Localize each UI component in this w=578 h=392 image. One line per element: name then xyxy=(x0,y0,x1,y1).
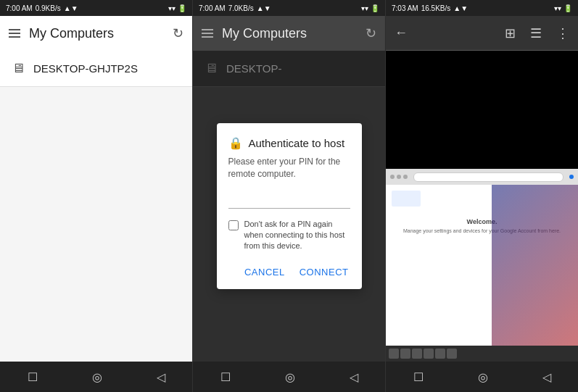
remote-taskbar xyxy=(386,346,578,362)
taskbar-item-4 xyxy=(424,349,434,359)
app-bar-title-1: My Computers xyxy=(29,26,164,41)
panel-3-remote-desktop: 7:03 AM 16.5KB/s ▲▼ ▾▾ 🔋 ← ⊞ ☰ ⋮ xyxy=(386,0,578,392)
computer-name-1: DESKTOP-GHJTP2S xyxy=(33,62,138,75)
dialog-subtitle: Please enter your PIN for the remote com… xyxy=(228,156,350,180)
nav-circle-3[interactable]: ◎ xyxy=(466,364,500,390)
taskbar-item-6 xyxy=(447,349,457,359)
checkbox-label: Don't ask for a PIN again when connectin… xyxy=(244,219,350,252)
status-signals-2: ▲▼ xyxy=(257,4,271,12)
panel-2-pin-dialog: 7:00 AM 7.0KB/s ▲▼ ▾▾ 🔋 My Computers ↻ 🖥… xyxy=(193,0,386,392)
connect-button[interactable]: CONNECT xyxy=(298,264,350,280)
remote-url-bar xyxy=(413,172,563,182)
status-time-3: 7:03 AM xyxy=(392,4,418,12)
nav-circle-1[interactable]: ◎ xyxy=(80,364,114,390)
app-bar-2: My Computers ↻ xyxy=(193,16,385,51)
status-signals-3: ▲▼ xyxy=(453,4,468,12)
remote-nav-left xyxy=(392,191,421,207)
status-network-2: 7.0KB/s xyxy=(228,4,254,12)
nav-bar-3: ☐ ◎ ◁ xyxy=(386,362,578,392)
wifi-icon-2: ▾▾ xyxy=(361,4,368,12)
pin-input[interactable] xyxy=(228,191,350,209)
nav-triangle-2[interactable]: ◁ xyxy=(338,364,370,390)
cancel-button[interactable]: CANCEL xyxy=(243,264,286,280)
taskbar-item-2 xyxy=(400,349,410,359)
status-bar-right-2: ▾▾ 🔋 xyxy=(361,4,379,12)
battery-icon-2: 🔋 xyxy=(371,4,379,12)
remember-pin-checkbox[interactable] xyxy=(228,220,239,230)
battery-icon-1: 🔋 xyxy=(178,4,186,12)
nav-square-2[interactable]: ☐ xyxy=(209,364,242,390)
refresh-icon-2[interactable]: ↻ xyxy=(366,25,376,41)
status-bar-1: 7:00 AM 0.9KB/s ▲▼ ▾▾ 🔋 xyxy=(0,0,192,16)
app-bar-3: ← ⊞ ☰ ⋮ xyxy=(386,16,578,51)
panel-1-my-computers: 7:00 AM 0.9KB/s ▲▼ ▾▾ 🔋 My Computers ↻ 🖥… xyxy=(0,0,193,392)
nav-bar-2: ☐ ◎ ◁ xyxy=(193,362,385,392)
app-bar-title-2: My Computers xyxy=(222,26,357,41)
status-bar-left-3: 7:03 AM 16.5KB/s ▲▼ xyxy=(392,4,468,12)
monitor-icon-1: 🖥 xyxy=(12,61,25,76)
nav-square-3[interactable]: ☐ xyxy=(402,364,435,390)
more-options-icon[interactable]: ⋮ xyxy=(556,25,569,41)
pin-dialog: 🔒 Authenticate to host Please enter your… xyxy=(217,123,362,289)
browser-dot-1 xyxy=(390,175,395,179)
nav-bar-1: ☐ ◎ ◁ xyxy=(0,362,192,392)
dialog-title-row: 🔒 Authenticate to host xyxy=(228,136,350,150)
taskbar-item-3 xyxy=(412,349,422,359)
remote-overlay-image xyxy=(492,185,578,362)
refresh-icon-1[interactable]: ↻ xyxy=(173,25,183,41)
browser-dot-3 xyxy=(403,175,408,179)
nav-triangle-3[interactable]: ◁ xyxy=(531,364,563,390)
nav-triangle-1[interactable]: ◁ xyxy=(145,364,177,390)
layout-icon[interactable]: ☰ xyxy=(530,25,542,41)
status-bar-left-1: 7:00 AM 0.9KB/s ▲▼ xyxy=(6,4,78,12)
browser-action-icon xyxy=(569,175,574,179)
status-bar-2: 7:00 AM 7.0KB/s ▲▼ ▾▾ 🔋 xyxy=(193,0,385,16)
menu-icon-2[interactable] xyxy=(202,29,213,38)
remote-screen-inner: Welcome. Manage your settings and device… xyxy=(386,51,578,362)
remote-browser-bar xyxy=(386,169,578,185)
dialog-actions: CANCEL CONNECT xyxy=(228,264,350,280)
taskbar-item-5 xyxy=(435,349,445,359)
browser-dot-2 xyxy=(397,175,401,179)
menu-icon-1[interactable] xyxy=(9,29,20,38)
remote-browser-window: Welcome. Manage your settings and device… xyxy=(386,169,578,362)
nav-circle-2[interactable]: ◎ xyxy=(273,364,307,390)
status-bar-right-1: ▾▾ 🔋 xyxy=(168,4,186,12)
app-bar-1: My Computers ↻ xyxy=(0,16,192,51)
status-signals-1: ▲▼ xyxy=(64,4,78,12)
checkbox-row: Don't ask for a PIN again when connectin… xyxy=(228,219,350,252)
computers-list-1: 🖥 DESKTOP-GHJTP2S xyxy=(0,51,192,362)
wifi-icon-3: ▾▾ xyxy=(554,4,561,12)
lock-icon: 🔒 xyxy=(228,136,243,150)
status-bar-right-3: ▾▾ 🔋 xyxy=(554,4,572,12)
remote-screen[interactable]: Welcome. Manage your settings and device… xyxy=(386,51,578,362)
computers-list-2: 🖥 DESKTOP- 🔒 Authenticate to host Please… xyxy=(193,51,385,362)
status-bar-left-2: 7:00 AM 7.0KB/s ▲▼ xyxy=(199,4,271,12)
keyboard-icon[interactable]: ⊞ xyxy=(505,25,516,41)
nav-square-1[interactable]: ☐ xyxy=(16,364,49,390)
taskbar-item-1 xyxy=(389,349,399,359)
status-network-3: 16.5KB/s xyxy=(421,4,451,12)
status-time-1: 7:00 AM xyxy=(6,4,33,12)
battery-icon-3: 🔋 xyxy=(563,4,572,12)
dialog-title: Authenticate to host xyxy=(249,137,345,149)
wifi-icon-1: ▾▾ xyxy=(168,4,176,12)
status-bar-3: 7:03 AM 16.5KB/s ▲▼ ▾▾ 🔋 xyxy=(386,0,578,16)
remote-black-top xyxy=(386,51,578,169)
computer-item-1[interactable]: 🖥 DESKTOP-GHJTP2S xyxy=(0,51,192,87)
status-network-1: 0.9KB/s xyxy=(36,4,61,12)
dialog-overlay: 🔒 Authenticate to host Please enter your… xyxy=(193,51,385,362)
browser-dots xyxy=(390,175,408,179)
remote-page-content: Welcome. Manage your settings and device… xyxy=(386,185,578,362)
back-icon[interactable]: ← xyxy=(395,25,408,41)
status-time-2: 7:00 AM xyxy=(199,4,226,12)
